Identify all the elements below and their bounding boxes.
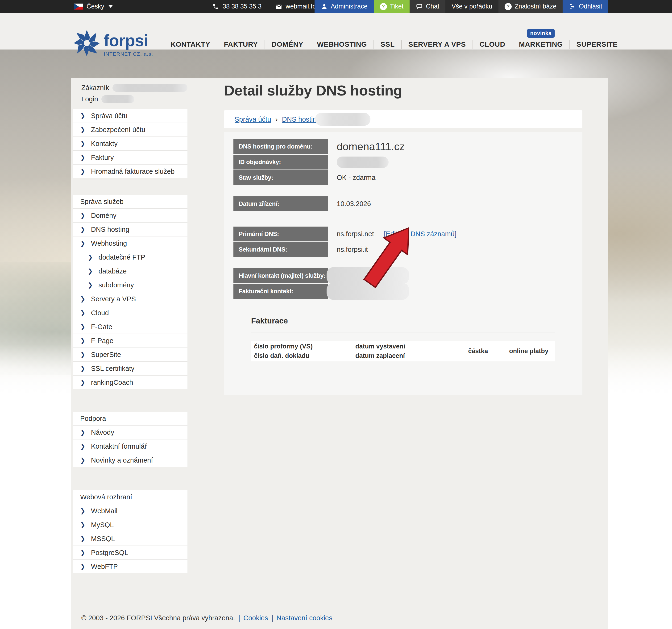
topbar-button-tiket[interactable]: ?Tiket bbox=[374, 0, 410, 13]
detail-redacted-value bbox=[327, 267, 409, 284]
topbar-button-vse-v-poradku[interactable]: Vše v pořádku bbox=[446, 0, 499, 13]
sidebar-item-webhosting[interactable]: ❯Webhosting bbox=[73, 237, 188, 250]
sidebar-item-zabezpeceni-uctu[interactable]: ❯Zabezpečení účtu bbox=[73, 123, 188, 137]
login-redacted-value bbox=[101, 95, 135, 103]
phone-number: 38 38 35 35 3 bbox=[222, 3, 262, 10]
topbar-button-administrace[interactable]: Administrace bbox=[315, 0, 374, 13]
nav-item-servery-a-vps[interactable]: SERVERY A VPS bbox=[402, 40, 473, 48]
sidebar-item-label: MSSQL bbox=[91, 535, 115, 543]
logo-subtitle: INTERNET CZ, a.s. bbox=[104, 51, 153, 57]
sidebar-item-hromadna-fakturace-sluzeb[interactable]: ❯Hromadná fakturace služeb bbox=[73, 165, 188, 178]
login-line: Login bbox=[81, 93, 188, 105]
detail-label: ID objednávky: bbox=[234, 155, 328, 170]
page-canvas: Česky 38 38 35 35 3 webmail.forpsi.com A… bbox=[0, 0, 672, 629]
sidebar-item-label: Faktury bbox=[91, 154, 114, 162]
detail-label: Datum zřízení: bbox=[234, 196, 328, 211]
sidebar-item-subdomeny[interactable]: ❯subdomény bbox=[73, 278, 188, 292]
sidebar-item-label: DNS hosting bbox=[91, 226, 129, 234]
breadcrumb-link-sprava-uctu[interactable]: Správa účtu bbox=[235, 116, 271, 123]
sidebar-item-label: dodatečné FTP bbox=[99, 253, 145, 261]
sidebar-item-f-gate[interactable]: ❯F-Gate bbox=[73, 320, 188, 334]
topbar-button-znalostni-baze[interactable]: ?Znalostní báze bbox=[499, 0, 562, 13]
chevron-down-icon bbox=[109, 5, 113, 8]
sidebar-item-label: databáze bbox=[99, 267, 127, 275]
nav-item-webhosting[interactable]: WEBHOSTING bbox=[310, 40, 374, 48]
sidebar-card-sprava-sluzeb: Správa služeb❯Domény❯DNS hosting❯Webhost… bbox=[73, 195, 188, 389]
sidebar-item-label: Kontaktní formulář bbox=[91, 442, 147, 450]
sidebar-item-mysql[interactable]: ❯MySQL bbox=[73, 518, 188, 532]
sidebar-item-navody[interactable]: ❯Návody bbox=[73, 426, 188, 439]
detail-value: ns.forpsi.net[Editace DNS záznamů] bbox=[337, 230, 456, 238]
sidebar-item-novinky-a-oznameni[interactable]: ❯Novinky a oznámení bbox=[73, 453, 188, 467]
sidebar-item-webftp[interactable]: ❯WebFTP bbox=[73, 560, 188, 573]
sidebar-item-label: SuperSite bbox=[91, 351, 121, 359]
chevron-right-icon: ❯ bbox=[80, 168, 86, 174]
sidebar-item-databaze[interactable]: ❯databáze bbox=[73, 264, 188, 278]
edit-dns-records-link[interactable]: Editace DNS záznamů bbox=[386, 230, 455, 238]
invoice-column-cislo-proformy-vs: číslo proformy (VS)číslo daň. dokladu bbox=[251, 341, 353, 361]
sidebar-item-cloud[interactable]: ❯Cloud bbox=[73, 306, 188, 320]
invoice-column-line: datum vystavení bbox=[355, 342, 405, 351]
footer-link-nastaveni-cookies[interactable]: Nastavení cookies bbox=[277, 614, 333, 622]
question-circle-icon: ? bbox=[505, 3, 512, 10]
sidebar-item-supersite[interactable]: ❯SuperSite bbox=[73, 348, 188, 362]
detail-value: OK - zdarma bbox=[337, 174, 375, 182]
sidebar-item-kontaktni-formular[interactable]: ❯Kontaktní formulář bbox=[73, 439, 188, 453]
nav-item-cloud[interactable]: CLOUD bbox=[473, 40, 512, 48]
topbar-button-chat[interactable]: Chat bbox=[410, 0, 446, 13]
logo-text: forpsi INTERNET CZ, a.s. bbox=[104, 33, 153, 57]
nav-item-domeny[interactable]: DOMÉNY bbox=[265, 40, 310, 48]
nav-item-label: CLOUD bbox=[480, 40, 505, 48]
invoice-column-line: částka bbox=[468, 346, 488, 356]
login-label: Login bbox=[81, 95, 98, 103]
sidebar-item-servery-a-vps[interactable]: ❯Servery a VPS bbox=[73, 292, 188, 306]
language-selector[interactable]: Česky bbox=[74, 0, 113, 13]
sidebar-item-label: MySQL bbox=[91, 521, 114, 529]
sidebar-item-label: SSL certifikáty bbox=[91, 365, 135, 372]
topbar-button-label: Tiket bbox=[390, 3, 404, 10]
footer-link-cookies[interactable]: Cookies bbox=[243, 614, 268, 622]
detail-value-text: ns.forpsi.net bbox=[337, 230, 374, 238]
sidebar-item-kontakty[interactable]: ❯Kontakty bbox=[73, 137, 188, 151]
sidebar-item-dns-hosting[interactable]: ❯DNS hosting bbox=[73, 222, 188, 237]
chat-icon bbox=[416, 3, 423, 10]
forpsi-logo[interactable]: forpsi INTERNET CZ, a.s. bbox=[73, 29, 153, 57]
sidebar-item-label: Domény bbox=[91, 212, 117, 219]
sidebar-item-webmail[interactable]: ❯WebMail bbox=[73, 504, 188, 518]
sidebar-sections: ❯Správa účtu❯Zabezpečení účtu❯Kontakty❯F… bbox=[73, 109, 188, 573]
footer: © 2003 - 2026 FORPSI Všechna práva vyhra… bbox=[81, 614, 333, 622]
sidebar-item-postgresql[interactable]: ❯PostgreSQL bbox=[73, 546, 188, 560]
chevron-right-icon: ❯ bbox=[80, 226, 86, 233]
chevron-right-icon: ❯ bbox=[80, 443, 86, 449]
nav-item-kontakty[interactable]: KONTAKTY bbox=[164, 40, 217, 48]
detail-row-sekundarni-dns: Sekundární DNS:ns.forpsi.it bbox=[234, 242, 582, 257]
sidebar-item-rankingcoach[interactable]: ❯rankingCoach bbox=[73, 376, 188, 389]
sidebar-section-title-webova-rozhrani: Webová rozhraní bbox=[73, 490, 188, 504]
nav-item-supersite[interactable]: SUPERSITE bbox=[570, 40, 624, 48]
sidebar-item-f-page[interactable]: ❯F-Page bbox=[73, 334, 188, 348]
detail-spacer bbox=[224, 212, 582, 226]
sidebar-item-label: F-Gate bbox=[91, 323, 112, 331]
sidebar-item-ssl-certifikaty[interactable]: ❯SSL certifikáty bbox=[73, 362, 188, 376]
detail-value-text: 10.03.2026 bbox=[337, 200, 371, 208]
nav-item-marketing[interactable]: novinkaMARKETING bbox=[512, 40, 570, 48]
nav-item-faktury[interactable]: FAKTURY bbox=[217, 40, 264, 48]
sidebar-item-dodatecne-ftp[interactable]: ❯dodatečné FTP bbox=[73, 250, 188, 264]
chevron-right-icon: ❯ bbox=[80, 352, 86, 358]
breadcrumb: Správa účtu›DNS hostin bbox=[224, 110, 582, 128]
invoice-divider bbox=[251, 332, 555, 333]
sidebar-item-sprava-uctu[interactable]: ❯Správa účtu bbox=[73, 109, 188, 123]
detail-redacted-value bbox=[327, 283, 409, 300]
breadcrumb-link-dns-hostin[interactable]: DNS hostin bbox=[282, 116, 317, 123]
chevron-right-icon: ❯ bbox=[80, 536, 86, 542]
topbar-button-odhlasit[interactable]: Odhlásit bbox=[562, 0, 608, 13]
nav-item-ssl[interactable]: SSL bbox=[374, 40, 401, 48]
sidebar-item-faktury[interactable]: ❯Faktury bbox=[73, 151, 188, 165]
customer-label: Zákazník bbox=[81, 84, 109, 92]
sidebar-item-domeny[interactable]: ❯Domény bbox=[73, 209, 188, 222]
sidebar-item-mssql[interactable]: ❯MSSQL bbox=[73, 532, 188, 546]
chevron-right-icon: ❯ bbox=[80, 365, 86, 371]
nav-item-label: WEBHOSTING bbox=[317, 40, 367, 48]
chevron-right-icon: ❯ bbox=[80, 310, 86, 316]
sidebar-item-label: Webhosting bbox=[91, 240, 127, 247]
